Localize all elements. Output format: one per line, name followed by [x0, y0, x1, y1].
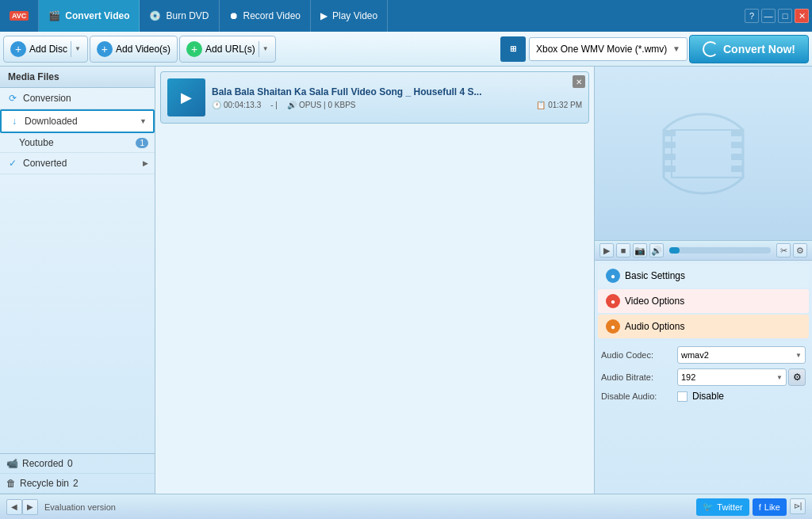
sidebar-header: Media Files — [0, 67, 155, 88]
effects-button[interactable]: ⚙ — [793, 243, 807, 258]
file-time: 📋 01:32 PM — [536, 101, 582, 109]
convert-now-button[interactable]: Convert Now! — [689, 35, 809, 63]
windows-icon: ⊞ — [500, 36, 526, 62]
sidebar-item-recorded[interactable]: 📹 Recorded 0 — [0, 454, 155, 474]
nav-next-button[interactable]: ▶ — [22, 499, 38, 515]
file-card: ▶ Bala Bala Shaitan Ka Sala Full Video S… — [160, 71, 589, 124]
file-card-meta: 🕐 00:04:13.3 - | 🔊 OPUS | 0 KBPS 📋 01:32… — [212, 101, 582, 109]
converted-expand-icon: ▶ — [143, 159, 148, 167]
file-title: Bala Bala Shaitan Ka Sala Full Video Son… — [212, 86, 529, 97]
convert-now-label: Convert Now! — [723, 43, 795, 55]
codec-arrow: ▼ — [795, 352, 802, 359]
youtube-label: Youtube — [19, 137, 54, 148]
basic-settings-tab[interactable]: ● Basic Settings — [598, 264, 809, 288]
screenshot-button[interactable]: 📷 — [633, 243, 647, 258]
film-reel-icon — [656, 106, 751, 201]
codec-select[interactable]: wmav2 ▼ — [677, 346, 806, 364]
social-buttons: 🐦 Twitter f Like ⊳| — [696, 498, 806, 516]
bitrate-select[interactable]: 192 ▼ — [677, 368, 787, 386]
burn-dvd-icon: 💿 — [149, 10, 161, 21]
recycle-icon: 🗑 — [6, 478, 16, 489]
svg-rect-7 — [731, 166, 743, 172]
progress-fill — [669, 247, 680, 254]
video-icon: + — [97, 41, 113, 57]
status-text: Evaluation version — [44, 502, 116, 512]
file-thumbnail: ▶ — [167, 78, 205, 116]
bitrate-selector-group: 192 ▼ ⚙ — [677, 368, 806, 386]
url-icon: + — [186, 41, 202, 57]
codec-field-row: Audio Codec: wmav2 ▼ — [601, 346, 806, 364]
sidebar-item-youtube[interactable]: Youtube 1 — [0, 133, 155, 153]
download-icon: ↓ — [8, 115, 21, 128]
tab-burn-dvd[interactable]: 💿 Burn DVD — [140, 0, 219, 32]
audio-options-tab[interactable]: ● Audio Options — [598, 315, 809, 338]
svg-rect-4 — [731, 130, 743, 136]
volume-button[interactable]: 🔊 — [649, 243, 664, 258]
bitrate-label: Audio Bitrate: — [601, 372, 672, 382]
tab-burn-label: Burn DVD — [166, 10, 209, 21]
sidebar-item-converted[interactable]: ✓ Converted ▶ — [0, 153, 155, 174]
twitter-label: Twitter — [717, 502, 742, 512]
sidebar-item-recycle[interactable]: 🗑 Recycle bin 2 — [0, 474, 155, 494]
nav-prev-button[interactable]: ◀ — [6, 499, 22, 515]
file-audio: 🔊 OPUS | 0 KBPS — [287, 101, 356, 109]
time-icon: 📋 — [536, 101, 546, 109]
disable-audio-checkbox[interactable] — [677, 391, 688, 402]
maximize-button[interactable]: □ — [778, 9, 792, 23]
svg-rect-3 — [664, 166, 676, 172]
title-bar: AVC 🎬 Convert Video 💿 Burn DVD ⏺ Record … — [0, 0, 812, 32]
main-content: Media Files ⟳ Conversion ↓ Downloaded ▼ … — [0, 67, 812, 494]
format-arrow: ▼ — [672, 44, 680, 53]
recycle-badge: 2 — [73, 478, 79, 489]
add-disc-arrow[interactable]: ▼ — [71, 41, 81, 57]
file-sep: - | — [270, 101, 278, 109]
tab-avc[interactable]: AVC — [0, 0, 39, 32]
sidebar-item-conversion[interactable]: ⟳ Conversion — [0, 88, 155, 109]
record-icon: ⏺ — [229, 10, 239, 21]
basic-tab-icon: ● — [606, 269, 620, 283]
format-dropdown[interactable]: Xbox One WMV Movie (*.wmv) ▼ — [529, 37, 688, 61]
add-disc-button[interactable]: + Add Disc ▼ — [3, 36, 88, 63]
sidebar-item-downloaded[interactable]: ↓ Downloaded ▼ — [0, 109, 155, 133]
toolbar: + Add Disc ▼ + Add Video(s) + Add URL(s)… — [0, 32, 812, 67]
add-video-button[interactable]: + Add Video(s) — [90, 36, 178, 63]
svg-rect-5 — [731, 142, 743, 148]
converted-label: Converted — [23, 158, 67, 169]
format-selector: ⊞ Xbox One WMV Movie (*.wmv) ▼ — [500, 36, 688, 62]
recorded-badge: 0 — [67, 458, 73, 469]
twitter-icon: 🐦 — [703, 502, 714, 512]
tab-convert-video[interactable]: 🎬 Convert Video — [39, 0, 140, 32]
play-button[interactable]: ▶ — [599, 243, 614, 258]
twitter-button[interactable]: 🐦 Twitter — [696, 498, 749, 516]
recycle-label: Recycle bin — [20, 478, 69, 489]
tab-record-video[interactable]: ⏺ Record Video — [220, 0, 312, 32]
video-controls-bar: ▶ ■ 📷 🔊 ✂ ⚙ — [595, 241, 812, 261]
tab-convert-label: Convert Video — [65, 10, 129, 21]
recorded-label: Recorded — [22, 458, 63, 469]
youtube-badge: 1 — [136, 138, 148, 148]
audio-options-label: Audio Options — [625, 321, 684, 332]
disable-audio-text: Disable — [692, 391, 724, 402]
video-options-tab[interactable]: ● Video Options — [598, 289, 809, 313]
close-button[interactable]: ✕ — [795, 9, 809, 23]
help-button[interactable]: ? — [745, 9, 759, 23]
bitrate-gear-button[interactable]: ⚙ — [788, 368, 806, 386]
preview-area — [595, 67, 812, 241]
audio-settings-fields: Audio Codec: wmav2 ▼ Audio Bitrate: 192 … — [595, 342, 812, 406]
trim-button[interactable]: ✂ — [776, 243, 791, 258]
nav-arrows: ◀ ▶ — [6, 499, 38, 515]
disc-icon: + — [10, 41, 26, 57]
file-card-info: Bala Bala Shaitan Ka Sala Full Video Son… — [212, 86, 582, 109]
stop-button[interactable]: ■ — [616, 243, 630, 258]
facebook-button[interactable]: f Like — [753, 498, 787, 516]
minimize-button[interactable]: — — [761, 9, 776, 23]
play-icon: ▶ — [320, 10, 327, 21]
file-close-button[interactable]: ✕ — [573, 75, 585, 88]
progress-bar[interactable] — [669, 247, 771, 254]
add-url-arrow[interactable]: ▼ — [259, 41, 269, 57]
window-controls: ? — □ ✕ — [745, 0, 812, 32]
nav-end-button[interactable]: ⊳| — [790, 498, 806, 514]
media-files-label: Media Files — [8, 71, 59, 82]
add-url-button[interactable]: + Add URL(s) ▼ — [179, 36, 276, 63]
tab-play-video[interactable]: ▶ Play Video — [311, 0, 388, 32]
